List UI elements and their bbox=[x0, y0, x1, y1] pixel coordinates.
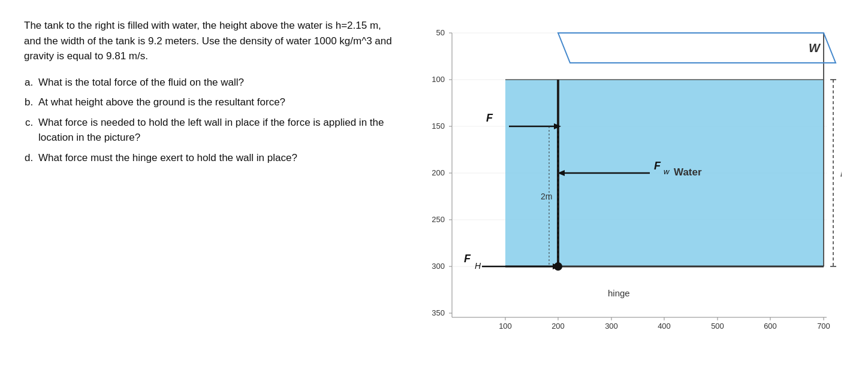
svg-text:50: 50 bbox=[436, 28, 445, 37]
svg-text:F: F bbox=[486, 112, 493, 124]
svg-text:150: 150 bbox=[432, 122, 445, 131]
svg-text:350: 350 bbox=[432, 308, 445, 317]
svg-text:F: F bbox=[464, 253, 471, 265]
svg-text:300: 300 bbox=[432, 262, 445, 271]
svg-text:700: 700 bbox=[817, 322, 830, 331]
svg-point-63 bbox=[554, 262, 562, 271]
svg-text:300: 300 bbox=[605, 322, 618, 331]
svg-text:600: 600 bbox=[764, 322, 777, 331]
intro-text: The tank to the right is filled with wat… bbox=[24, 18, 396, 64]
question-c: What force is needed to hold the left wa… bbox=[36, 115, 396, 145]
svg-text:W: W bbox=[809, 41, 821, 54]
svg-text:w: w bbox=[664, 167, 670, 176]
svg-text:2m: 2m bbox=[541, 192, 552, 201]
svg-text:h: h bbox=[840, 167, 842, 179]
svg-text:F: F bbox=[654, 160, 661, 172]
svg-text:250: 250 bbox=[432, 215, 445, 224]
svg-text:Water: Water bbox=[674, 166, 702, 178]
question-b: At what height above the ground is the r… bbox=[36, 95, 396, 110]
questions-list: What is the total force of the fluid on … bbox=[36, 75, 396, 166]
svg-text:200: 200 bbox=[551, 322, 565, 331]
svg-text:500: 500 bbox=[711, 322, 724, 331]
question-a: What is the total force of the fluid on … bbox=[36, 75, 396, 90]
diagram-svg: 50 100 150 200 250 300 35 bbox=[410, 18, 842, 365]
right-panel: 50 100 150 200 250 300 35 bbox=[396, 18, 844, 365]
svg-text:200: 200 bbox=[432, 168, 445, 177]
svg-text:H: H bbox=[475, 261, 481, 271]
question-d: What force must the hinge exert to hold … bbox=[36, 150, 396, 166]
svg-text:100: 100 bbox=[432, 75, 445, 84]
left-panel: The tank to the right is filled with wat… bbox=[24, 18, 396, 170]
svg-text:100: 100 bbox=[499, 322, 512, 331]
diagram: 50 100 150 200 250 300 35 bbox=[410, 18, 842, 365]
svg-text:400: 400 bbox=[658, 322, 671, 331]
svg-text:hinge: hinge bbox=[608, 288, 630, 298]
